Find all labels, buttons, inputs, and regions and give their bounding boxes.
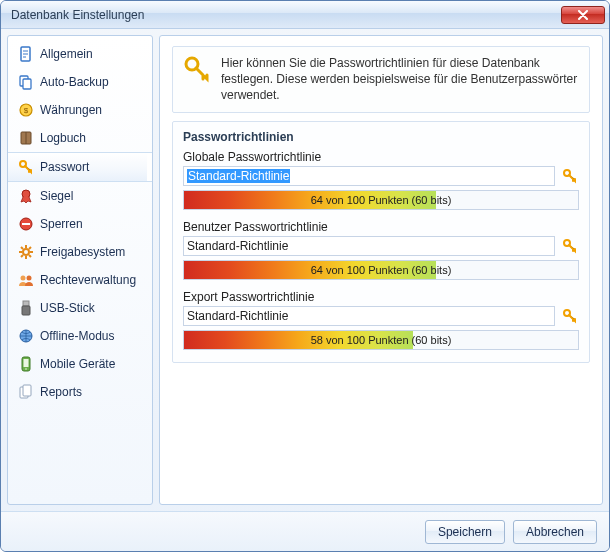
sidebar-item-label: Siegel: [40, 189, 142, 203]
book-icon: [18, 130, 34, 146]
policy-key-button[interactable]: [561, 307, 579, 325]
policy-block: Benutzer Passwortrichtlinie64 von 100 Pu…: [183, 220, 579, 280]
doc-icon: [18, 46, 34, 62]
sidebar-item-rechteverwaltung[interactable]: Rechteverwaltung: [8, 266, 152, 294]
strength-bar: 64 von 100 Punkten (60 bits): [183, 260, 579, 280]
policy-input[interactable]: [183, 236, 555, 256]
svg-point-10: [23, 249, 29, 255]
cancel-button[interactable]: Abbrechen: [513, 520, 597, 544]
policy-block: Globale PasswortrichtlinieStandard-Richt…: [183, 150, 579, 210]
users-icon: [18, 272, 34, 288]
sidebar-item-label: Logbuch: [40, 131, 142, 145]
policy-block: Export Passwortrichtlinie58 von 100 Punk…: [183, 290, 579, 350]
sidebar-item-label: Sperren: [40, 217, 142, 231]
sidebar-item-label: Auto-Backup: [40, 75, 142, 89]
docs-icon: [18, 384, 34, 400]
svg-point-7: [22, 190, 30, 198]
policy-row: [183, 236, 579, 256]
info-box: Hier können Sie die Passwortrichtlinien …: [172, 46, 590, 113]
window-title: Datenbank Einstellungen: [11, 8, 561, 22]
info-text: Hier können Sie die Passwortrichtlinien …: [221, 55, 579, 104]
ribbon-icon: [18, 188, 34, 204]
svg-point-11: [21, 276, 26, 281]
policy-row: Standard-Richtlinie: [183, 166, 579, 186]
svg-rect-2: [23, 79, 31, 89]
policy-input-value: Standard-Richtlinie: [187, 169, 290, 183]
usb-icon: [18, 300, 34, 316]
policy-input[interactable]: Standard-Richtlinie: [183, 166, 555, 186]
sidebar-item-reports[interactable]: Reports: [8, 378, 152, 406]
policy-section: Passwortrichtlinien Globale Passwortrich…: [172, 121, 590, 363]
sidebar-item-siegel[interactable]: Siegel: [8, 182, 152, 210]
sidebar-item-usb-stick[interactable]: USB-Stick: [8, 294, 152, 322]
policy-input[interactable]: [183, 306, 555, 326]
sidebar-item-mobile-ger-te[interactable]: Mobile Geräte: [8, 350, 152, 378]
dialog-footer: Speichern Abbrechen: [1, 511, 609, 551]
policy-label: Globale Passwortrichtlinie: [183, 150, 579, 164]
sidebar-item-offline-modus[interactable]: Offline-Modus: [8, 322, 152, 350]
policy-key-button[interactable]: [561, 237, 579, 255]
sidebar-item-allgemein[interactable]: Allgemein: [8, 40, 152, 68]
svg-rect-13: [23, 301, 29, 306]
svg-point-12: [27, 276, 32, 281]
dialog-window: Datenbank Einstellungen AllgemeinAuto-Ba…: [0, 0, 610, 552]
svg-rect-20: [23, 385, 31, 396]
strength-label: 58 von 100 Punkten (60 bits): [311, 334, 452, 346]
policy-label: Benutzer Passwortrichtlinie: [183, 220, 579, 234]
sidebar-item-sperren[interactable]: Sperren: [8, 210, 152, 238]
sidebar-item-auto-backup[interactable]: Auto-Backup: [8, 68, 152, 96]
minus-icon: [18, 216, 34, 232]
phone-icon: [18, 356, 34, 372]
sidebar-item-label: Reports: [40, 385, 142, 399]
gear-icon: [18, 244, 34, 260]
svg-point-18: [25, 368, 27, 370]
key-icon: [18, 159, 34, 175]
strength-label: 64 von 100 Punkten (60 bits): [311, 194, 452, 206]
coin-icon: $: [18, 102, 34, 118]
strength-bar: 58 von 100 Punkten (60 bits): [183, 330, 579, 350]
sidebar-item-freigabesystem[interactable]: Freigabesystem: [8, 238, 152, 266]
strength-label: 64 von 100 Punkten (60 bits): [311, 264, 452, 276]
svg-text:$: $: [24, 106, 29, 115]
sidebar-item-logbuch[interactable]: Logbuch: [8, 124, 152, 152]
strength-bar: 64 von 100 Punkten (60 bits): [183, 190, 579, 210]
sidebar-item-label: Freigabesystem: [40, 245, 142, 259]
svg-rect-17: [24, 359, 29, 367]
policy-key-button[interactable]: [561, 167, 579, 185]
close-icon: [577, 10, 589, 20]
sidebar-item-label: Mobile Geräte: [40, 357, 142, 371]
sidebar-item-label: Rechteverwaltung: [40, 273, 142, 287]
close-button[interactable]: [561, 6, 605, 24]
copy-icon: [18, 74, 34, 90]
sidebar-item-label: Offline-Modus: [40, 329, 142, 343]
section-title: Passwortrichtlinien: [183, 130, 579, 144]
titlebar: Datenbank Einstellungen: [1, 1, 609, 29]
sidebar-item-w-hrungen[interactable]: $Währungen: [8, 96, 152, 124]
sidebar-item-passwort[interactable]: Passwort: [8, 152, 152, 182]
svg-rect-9: [22, 223, 30, 225]
sidebar-item-label: Allgemein: [40, 47, 142, 61]
policy-row: [183, 306, 579, 326]
sidebar-item-label: Passwort: [40, 160, 142, 174]
policy-label: Export Passwortrichtlinie: [183, 290, 579, 304]
sidebar-item-label: Währungen: [40, 103, 142, 117]
save-button[interactable]: Speichern: [425, 520, 505, 544]
key-icon: [183, 55, 211, 83]
dialog-body: AllgemeinAuto-Backup$WährungenLogbuchPas…: [1, 29, 609, 511]
sidebar-item-label: USB-Stick: [40, 301, 142, 315]
sidebar: AllgemeinAuto-Backup$WährungenLogbuchPas…: [7, 35, 153, 505]
main-panel: Hier können Sie die Passwortrichtlinien …: [159, 35, 603, 505]
globe-icon: [18, 328, 34, 344]
svg-rect-14: [22, 306, 30, 315]
